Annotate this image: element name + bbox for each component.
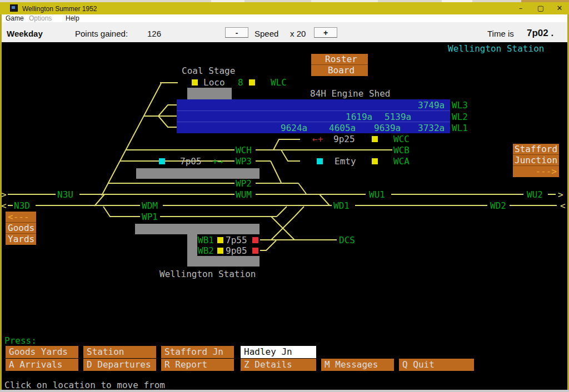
arriving-train-arrow: ←+ — [312, 135, 323, 143]
track-label-wd2[interactable]: WD2 — [490, 202, 506, 210]
signal-yellow[interactable] — [217, 248, 223, 254]
track-label-wd1[interactable]: WD1 — [333, 202, 350, 210]
engine-shed[interactable]: 3749a 1619a 5139a 9624a 4605a 9639a 3732… — [177, 99, 450, 133]
application-window: Wellington Summer 1952 – ▢ ✕ Game Option… — [0, 0, 569, 392]
loco-number[interactable]: 4605a — [329, 124, 356, 132]
track-label-wl2[interactable]: WL2 — [452, 113, 468, 121]
stafford-jn-button[interactable]: Stafford Jn — [161, 346, 234, 358]
track-label-wum[interactable]: WUM — [236, 190, 252, 199]
loco-number[interactable]: 9624a — [281, 124, 307, 132]
track-label-dcs[interactable]: DCS — [339, 236, 355, 244]
board-label[interactable]: Board — [311, 65, 368, 76]
track-label-wb1[interactable]: WB1 — [198, 236, 214, 244]
shed-track-wl1[interactable]: 9624a 4605a 9639a 3732a — [177, 122, 450, 133]
track-label-wp3[interactable]: WP3 — [236, 157, 252, 165]
track-label-wu1[interactable]: WU1 — [369, 190, 385, 199]
hadley-jn-button[interactable]: Hadley Jn — [241, 346, 316, 358]
roster-board-button[interactable]: Roster Board — [311, 54, 368, 76]
shed-track-wl3[interactable]: 3749a — [177, 99, 450, 110]
region-title: Wellington Station — [448, 44, 544, 53]
signal-yellow[interactable] — [372, 136, 378, 142]
signal-yellow[interactable] — [217, 237, 223, 243]
station-platform-bottom — [197, 256, 259, 267]
track-label-wu2[interactable]: WU2 — [527, 190, 543, 199]
track-label-wl1[interactable]: WL1 — [452, 124, 468, 132]
station-platform-top — [135, 224, 259, 234]
track-label-wcc[interactable]: WCC — [393, 135, 410, 143]
station-button[interactable]: Station — [83, 346, 156, 358]
messages-button[interactable]: M Messages — [321, 359, 394, 371]
signal-red[interactable] — [252, 237, 258, 243]
loco-number[interactable]: 1619a — [346, 113, 372, 121]
left-down-line-arrow: < — [1, 202, 7, 210]
track-label-wp2[interactable]: WP2 — [236, 179, 252, 188]
yards-label[interactable]: Yards — [6, 234, 36, 245]
right-up-line-arrow: > — [558, 190, 563, 199]
signal-yellow[interactable] — [192, 79, 198, 86]
train-time-7p05[interactable]: 7p05 — [180, 157, 202, 165]
track-label-n3u[interactable]: N3U — [57, 190, 73, 199]
details-button[interactable]: Z Details — [241, 359, 316, 371]
track-label-wb2[interactable]: WB2 — [198, 247, 214, 255]
loco-number[interactable]: 5139a — [385, 113, 411, 121]
signal-cyan[interactable] — [159, 158, 165, 164]
press-label: Press: — [4, 336, 37, 345]
left-exit-arrow[interactable]: <--- — [6, 212, 36, 223]
track-label-wdm[interactable]: WDM — [142, 202, 158, 210]
train-time-9p25[interactable]: 9p25 — [333, 135, 355, 143]
junction-label[interactable]: Junction — [513, 155, 559, 166]
track-label-n3d[interactable]: N3D — [14, 202, 30, 210]
window-border-bottom — [0, 390, 569, 392]
signal-red[interactable] — [252, 248, 258, 254]
right-down-line-arrow: < — [560, 202, 566, 210]
goods-yards-button[interactable]: Goods Yards — [6, 346, 78, 358]
shed-track-wl2[interactable]: 1619a 5139a — [177, 110, 450, 122]
station-platform-stem — [187, 234, 197, 267]
shed-title: 84H Engine Shed — [310, 89, 391, 98]
report-button[interactable]: R Report — [161, 359, 234, 371]
status-message: Click on location to move from — [4, 381, 165, 389]
track-label-wlc[interactable]: WLC — [271, 78, 287, 87]
left-up-line-arrow: > — [1, 190, 7, 199]
loco-number[interactable]: 3749a — [418, 101, 445, 109]
coal-stage-platform — [187, 88, 232, 100]
departing-train-arrow: +→ — [212, 157, 223, 165]
signal-yellow[interactable] — [372, 158, 378, 164]
loco-number[interactable]: 9639a — [374, 124, 401, 132]
stafford-label[interactable]: Stafford — [513, 144, 559, 155]
track-label-wcb[interactable]: WCB — [393, 146, 410, 154]
empty-stock-label[interactable]: Emty — [335, 157, 356, 165]
goods-yards-exit-button[interactable]: <--- Goods Yards — [6, 212, 36, 245]
track-label-wca[interactable]: WCA — [393, 157, 410, 165]
roster-label[interactable]: Roster — [311, 54, 368, 65]
track-label-wch[interactable]: WCH — [236, 146, 252, 154]
signal-yellow[interactable] — [249, 79, 255, 86]
train-time-7p55[interactable]: 7p55 — [226, 236, 247, 244]
window-border-left — [0, 14, 2, 390]
quit-button[interactable]: Q Quit — [399, 359, 474, 371]
arrivals-button[interactable]: A Arrivals — [6, 359, 78, 371]
track-diagram[interactable] — [0, 0, 569, 392]
right-exit-arrow[interactable]: ---> — [513, 166, 559, 177]
departures-button[interactable]: D Departures — [83, 359, 156, 371]
station-label: Wellington Station — [159, 270, 256, 278]
loco-number[interactable]: 3732a — [418, 124, 445, 132]
train-time-9p05[interactable]: 9p05 — [226, 247, 247, 255]
signal-cyan[interactable] — [317, 158, 323, 164]
coal-stage-label: Coal Stage — [182, 67, 235, 75]
track-label-wl3[interactable]: WL3 — [452, 101, 468, 109]
loco-label: Loco — [203, 78, 225, 87]
goods-label[interactable]: Goods — [6, 223, 36, 234]
stafford-junction-button[interactable]: Stafford Junction ---> — [513, 144, 559, 177]
track-label-wp1[interactable]: WP1 — [142, 213, 158, 221]
loco-count: 8 — [238, 78, 243, 87]
